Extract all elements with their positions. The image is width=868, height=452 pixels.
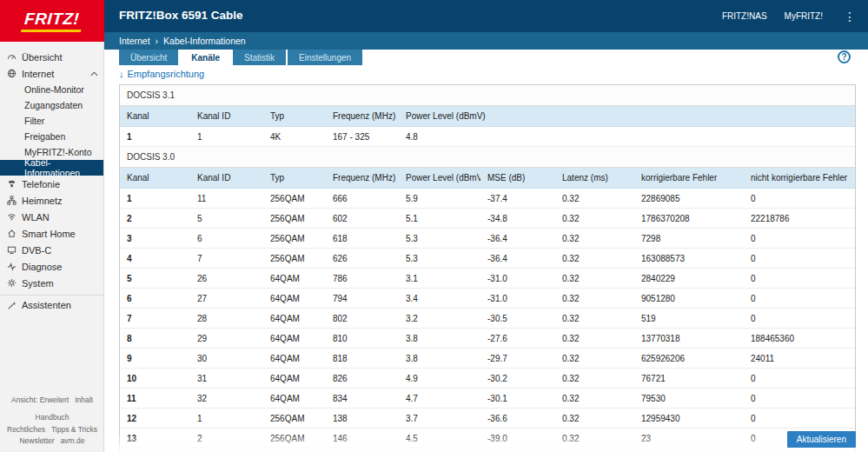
table-cell: 4.7 — [399, 389, 480, 409]
table-row: 111256QAM6665.9-37.40.32228690850 — [120, 189, 855, 209]
sidebar-subitem-label: MyFRITZ!-Konto — [24, 147, 92, 157]
table-cell: 256QAM — [263, 429, 326, 449]
table-cell: 818 — [326, 349, 399, 369]
table-cell: -31.0 — [480, 289, 555, 309]
fritznas-link[interactable]: FRITZ!NAS — [722, 11, 767, 21]
table-cell: 0 — [744, 249, 855, 269]
sidebar-subitem-label: Filter — [24, 116, 44, 126]
column-header: Kanal — [120, 106, 190, 127]
tab-statistik[interactable]: Statistik — [233, 50, 286, 65]
table-cell: -39.0 — [480, 429, 555, 449]
table-cell: 625926206 — [634, 349, 744, 369]
table-row: 143256QAM1544.3-38.60.32970 — [120, 449, 855, 452]
empfangsrichtung-label: Empfangsrichtung — [128, 69, 205, 79]
sidebar-item-label: Smart Home — [22, 229, 76, 239]
table-cell: 27 — [190, 289, 263, 309]
breadcrumb-section[interactable]: Internet — [119, 36, 150, 46]
table-cell: 5.9 — [399, 189, 480, 209]
tab-uebersicht[interactable]: Übersicht — [119, 50, 178, 65]
sidebar-item-kabel-informationen[interactable]: Kabel-Informationen — [0, 160, 103, 176]
table-cell: 826 — [326, 369, 399, 389]
empfangsrichtung-toggle[interactable]: ↓ Empfangsrichtung — [119, 69, 204, 79]
sidebar-item-label: DVB-C — [22, 245, 51, 256]
sidebar-item-dvbc[interactable]: DVB-C — [0, 242, 103, 258]
pulse-icon — [7, 262, 17, 271]
table-cell: 3.8 — [399, 349, 480, 369]
table-cell: 11 — [120, 389, 190, 409]
table-cell: 24011 — [744, 349, 855, 369]
table-cell: 0 — [744, 289, 855, 309]
newsletter-link[interactable]: Newsletter — [19, 435, 54, 447]
home-icon — [7, 229, 17, 238]
table-cell: 0 — [744, 189, 855, 209]
table-cell: 5.1 — [399, 209, 480, 229]
tab-einstellungen[interactable]: Einstellungen — [288, 50, 362, 65]
sidebar-subitem-label: Zugangsdaten — [24, 100, 83, 110]
table-cell: 3.4 — [399, 289, 480, 309]
sidebar-item-label: Assistenten — [22, 300, 71, 310]
sidebar-item-wlan[interactable]: WLAN — [0, 209, 103, 225]
table-cell: 3.1 — [399, 269, 480, 289]
table-cell: 64QAM — [263, 369, 326, 389]
ansicht-erweitert-link[interactable]: Ansicht: Erweitert — [11, 395, 69, 406]
logo-text: FRITZ! — [22, 10, 83, 32]
table-cell: 11 — [190, 189, 263, 209]
breadcrumb-page: Kabel-Informationen — [163, 36, 246, 46]
tab-kanaele[interactable]: Kanäle — [180, 50, 231, 65]
sidebar-item-zugangsdaten[interactable]: Zugangsdaten — [0, 97, 103, 113]
table-cell: 802 — [326, 309, 399, 329]
sidebar-item-online-monitor[interactable]: Online-Monitor — [0, 82, 103, 97]
table-cell: 12959430 — [634, 409, 744, 429]
sidebar-item-diagnose[interactable]: Diagnose — [0, 258, 103, 275]
table-cell: 0 — [744, 369, 855, 389]
header-links: FRITZ!NAS MyFRITZ! ⋮ — [722, 0, 859, 32]
column-header: nicht korrigierbare Fehler — [744, 168, 855, 189]
phone-icon — [7, 179, 17, 189]
table-cell: -38.6 — [480, 449, 555, 452]
wifi-icon — [7, 212, 17, 222]
table-cell: 28 — [190, 309, 263, 329]
inhalt-link[interactable]: Inhalt — [75, 395, 93, 406]
column-header: Kanal — [120, 168, 190, 189]
table-cell: 4K — [263, 127, 326, 147]
avmde-link[interactable]: avm.de — [61, 435, 85, 447]
table-row: 93064QAM8183.8-29.70.3262592620624011 — [120, 349, 855, 369]
sidebar-item-smart-home[interactable]: Smart Home — [0, 225, 103, 242]
table-cell: 4.9 — [399, 369, 480, 389]
table-cell: 0 — [744, 309, 855, 329]
table-cell: 0.32 — [555, 449, 634, 452]
table-cell: -37.4 — [480, 189, 555, 209]
sidebar-subitem-label: Online-Monitor — [24, 84, 84, 95]
table-cell: -36.4 — [480, 229, 555, 249]
table-cell: 1 — [190, 127, 263, 147]
handbuch-link[interactable]: Handbuch — [36, 412, 70, 423]
column-header: korrigierbare Fehler — [634, 168, 744, 189]
tipps-tricks-link[interactable]: Tipps & Tricks — [51, 424, 97, 435]
kebab-menu-icon[interactable]: ⋮ — [840, 10, 859, 23]
sidebar-item-uebersicht[interactable]: Übersicht — [0, 49, 103, 65]
sidebar-item-internet[interactable]: Internet — [0, 65, 103, 82]
globe-icon — [7, 69, 17, 78]
table-cell: 3 — [120, 229, 190, 249]
table-cell: -31.0 — [480, 269, 555, 289]
help-icon[interactable]: ? — [838, 50, 851, 63]
table-cell: 786 — [326, 269, 399, 289]
docsis31-title: DOCSIS 3.1 — [120, 85, 855, 106]
sidebar-item-heimnetz[interactable]: Heimnetz — [0, 192, 103, 209]
sidebar-item-freigaben[interactable]: Freigaben — [0, 129, 103, 144]
table-cell: 146 — [326, 429, 399, 449]
myfritz-link[interactable]: MyFRITZ! — [785, 11, 823, 21]
table-cell: 1786370208 — [634, 209, 744, 229]
table-cell: 64QAM — [263, 389, 326, 409]
sidebar-item-label: Internet — [22, 69, 54, 79]
table-cell: 3 — [190, 449, 263, 452]
refresh-button[interactable]: Aktualisieren — [787, 431, 856, 448]
table-cell: 0 — [744, 409, 855, 429]
table-cell: 6 — [120, 289, 190, 309]
table-cell: 834 — [326, 389, 399, 409]
sidebar-item-filter[interactable]: Filter — [0, 113, 103, 129]
table-cell: 256QAM — [263, 229, 326, 249]
sidebar-item-assistenten[interactable]: Assistenten — [0, 295, 103, 314]
rechtliches-link[interactable]: Rechtliches — [7, 424, 45, 435]
sidebar-item-system[interactable]: System — [0, 275, 103, 291]
